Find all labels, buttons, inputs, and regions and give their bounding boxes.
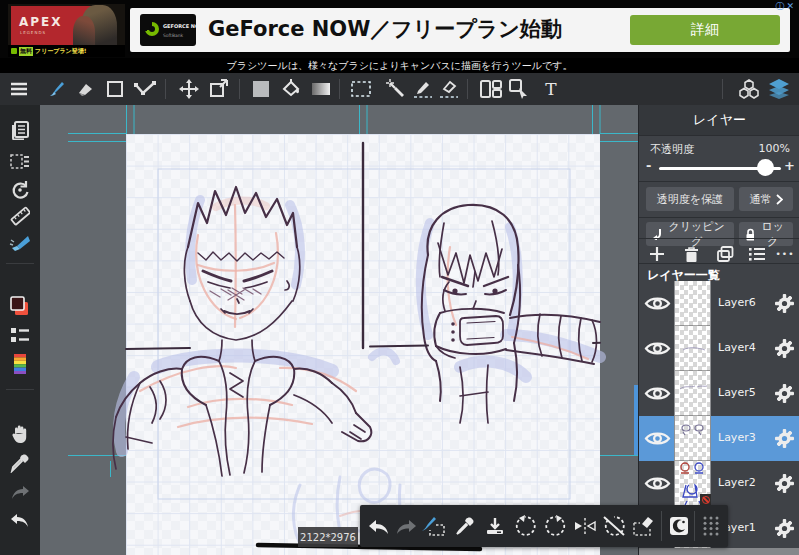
eyedropper-tool-icon[interactable] — [9, 452, 31, 474]
layer-visibility-icon[interactable] — [644, 475, 671, 492]
layer-list-icon[interactable] — [747, 244, 767, 264]
protect-alpha-button[interactable]: 透明度を保護 — [646, 187, 734, 211]
layer-settings-icon[interactable] — [775, 519, 794, 538]
layer-settings-icon[interactable] — [775, 429, 794, 448]
save-icon[interactable] — [482, 513, 508, 539]
lock-button[interactable]: ロック — [739, 222, 793, 246]
layer-settings-icon[interactable] — [775, 384, 794, 403]
undo-icon[interactable] — [366, 513, 392, 539]
layers-panel-toggle-icon[interactable] — [768, 78, 790, 100]
ad-details-button[interactable]: 詳細 — [630, 15, 780, 45]
select-tool-icon[interactable] — [350, 78, 372, 100]
layer-row[interactable]: Layer2 — [639, 461, 799, 506]
tool-tip-text: ブラシツールは、様々なブラシによりキャンバスに描画を行うツールです。 — [227, 59, 573, 73]
canvas-size-label: 2122*2976 — [298, 527, 358, 547]
redo-icon[interactable] — [393, 513, 419, 539]
blend-mode-button[interactable]: 通常 — [739, 187, 793, 211]
select-eraser-icon[interactable] — [438, 78, 460, 100]
apex-subtitle: LEGENDS — [20, 30, 46, 35]
main-menu-icon[interactable] — [8, 78, 30, 100]
ad-close-icon[interactable]: ✕ — [786, 1, 796, 11]
rotate-cw-icon[interactable] — [543, 513, 569, 539]
drag-handle-icon[interactable] — [698, 513, 724, 539]
color-picker-palette-icon[interactable] — [9, 353, 31, 375]
text-tool-icon[interactable]: T — [540, 78, 562, 100]
clipping-button[interactable]: クリッピング — [646, 222, 734, 246]
layer-visibility-icon[interactable] — [644, 340, 671, 357]
gradient-tool-icon[interactable] — [310, 78, 332, 100]
layer-thumbnail[interactable] — [674, 461, 711, 506]
layer-row[interactable]: Layer5 — [639, 371, 799, 416]
opacity-value: 100% — [759, 142, 790, 155]
brush-tool-icon[interactable] — [46, 78, 68, 100]
brush-select-icon[interactable] — [420, 513, 446, 539]
layer-thumbnail[interactable] — [674, 416, 711, 461]
material-panel-icon[interactable] — [666, 513, 692, 539]
eyedropper-icon[interactable] — [452, 513, 478, 539]
palette-list-icon[interactable] — [9, 325, 31, 347]
layer-more-icon[interactable]: ••• — [775, 244, 795, 264]
layer-settings-icon[interactable] — [775, 474, 794, 493]
select-layout-icon[interactable] — [9, 151, 31, 173]
material-3d-icon[interactable] — [738, 78, 760, 100]
opacity-minus[interactable]: - — [646, 158, 651, 173]
opacity-plus[interactable]: + — [784, 158, 795, 173]
layer-visibility-icon[interactable] — [644, 385, 671, 402]
undo-icon[interactable] — [9, 509, 31, 531]
apex-side-ad[interactable]: APEX LEGENDS 無料 フリープラン登場! — [8, 4, 125, 57]
add-layer-icon[interactable] — [647, 244, 667, 264]
geforce-banner[interactable]: GEFORCE NOW SoftBank GeForce NOW／フリープラン始… — [130, 8, 790, 52]
floating-toolbar — [360, 505, 728, 547]
magic-wand-icon[interactable] — [385, 78, 407, 100]
ad-info-icon[interactable]: ⓘ — [775, 1, 786, 11]
canvas-vertical-scrollbar[interactable] — [634, 385, 638, 455]
flip-horizontal-icon[interactable] — [572, 513, 598, 539]
layer-visibility-icon[interactable] — [644, 430, 671, 447]
foreground-color-swatch[interactable] — [250, 78, 272, 100]
hand-tool-icon[interactable] — [9, 423, 31, 445]
layer-settings-icon[interactable] — [775, 294, 794, 313]
panel-bottom-strip — [639, 548, 799, 555]
reset-rotation-icon[interactable] — [601, 513, 627, 539]
layer-row[interactable]: Layer4 — [639, 326, 799, 371]
layer-row-selected[interactable]: Layer3 — [639, 416, 799, 461]
redo-icon[interactable] — [9, 481, 31, 503]
figure-tool-icon[interactable] — [104, 78, 126, 100]
page-list-icon[interactable] — [9, 119, 31, 141]
rotate-view-icon[interactable] — [9, 179, 31, 201]
layer-visibility-icon[interactable] — [644, 295, 671, 312]
eraser-tool-icon[interactable] — [74, 78, 96, 100]
transform-tool-icon[interactable] — [208, 78, 230, 100]
layer-thumbnail[interactable] — [674, 281, 711, 326]
canvas-viewport[interactable]: 2122*2976 — [40, 105, 638, 555]
move-tool-icon[interactable] — [178, 78, 200, 100]
layer-thumbnail[interactable] — [674, 371, 711, 416]
opacity-label: 不透明度 — [650, 142, 694, 157]
deselect-icon[interactable] — [631, 513, 657, 539]
delete-layer-icon[interactable] — [681, 244, 701, 264]
operation-tool-icon[interactable] — [508, 78, 530, 100]
color-swatch-icon[interactable] — [9, 295, 31, 317]
medibang-paint-app: APEX LEGENDS 無料 フリープラン登場! GEFORCE NOW So… — [0, 0, 799, 555]
duplicate-layer-icon[interactable] — [715, 244, 735, 264]
layer-row[interactable]: Layer6 — [639, 281, 799, 326]
bucket-tool-icon[interactable] — [280, 78, 302, 100]
select-pen-icon[interactable] — [412, 78, 434, 100]
airbrush-tool-icon[interactable] — [9, 231, 31, 253]
badge-line1: GEFORCE NOW — [163, 23, 196, 29]
ad-banner-strip: APEX LEGENDS 無料 フリープラン登場! GEFORCE NOW So… — [0, 0, 799, 58]
apex-art: APEX LEGENDS — [11, 6, 103, 47]
nvidia-badge: GEFORCE NOW SoftBank — [140, 14, 196, 46]
layer-thumbnail[interactable] — [674, 326, 711, 371]
canvas-page[interactable] — [126, 134, 600, 555]
layer-panel: レイヤー 不透明度 100% - + 透明度を保護 通常 クリッピング ロック — [638, 105, 799, 555]
rotate-ccw-icon[interactable] — [512, 513, 538, 539]
apex-free-tag: 無料 — [19, 47, 33, 56]
apex-promo-text: フリープラン登場! — [35, 47, 86, 56]
panel-divide-tool-icon[interactable] — [480, 78, 502, 100]
ruler-icon[interactable] — [9, 205, 31, 227]
tool-tip-bar: ブラシツールは、様々なブラシによりキャンバスに描画を行うツールです。 — [0, 58, 799, 73]
opacity-slider-knob[interactable] — [757, 159, 774, 176]
layer-settings-icon[interactable] — [775, 339, 794, 358]
polyline-tool-icon[interactable] — [134, 78, 156, 100]
